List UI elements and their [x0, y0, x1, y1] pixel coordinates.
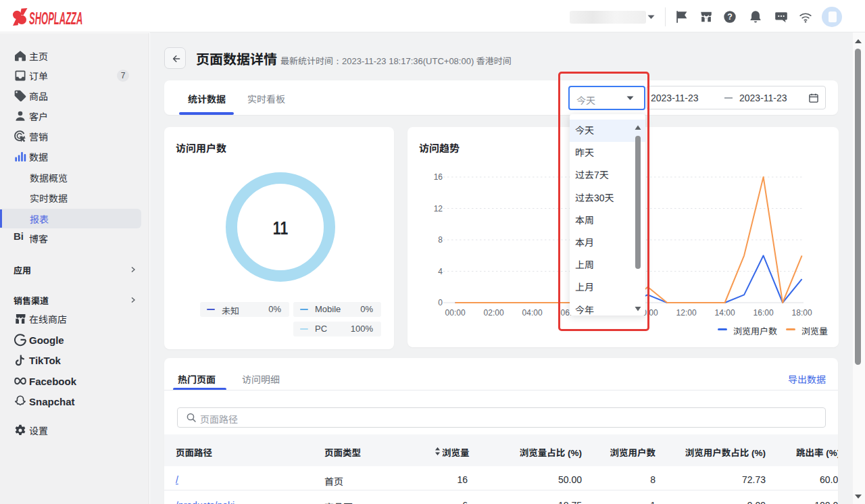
svg-text:00:00: 00:00: [445, 308, 466, 318]
svg-text:?: ?: [727, 12, 733, 22]
svg-text:16:00: 16:00: [753, 308, 774, 318]
svg-text:18:00: 18:00: [792, 308, 812, 318]
svg-text:12:00: 12:00: [676, 308, 697, 318]
svg-text:8: 8: [438, 235, 443, 245]
svg-text:16: 16: [434, 172, 443, 182]
svg-text:4: 4: [438, 267, 443, 276]
svg-text:14:00: 14:00: [715, 308, 735, 318]
svg-text:12: 12: [434, 204, 443, 213]
svg-text:0: 0: [438, 298, 443, 307]
svg-text:02:00: 02:00: [484, 308, 504, 318]
svg-text:04:00: 04:00: [522, 308, 543, 318]
